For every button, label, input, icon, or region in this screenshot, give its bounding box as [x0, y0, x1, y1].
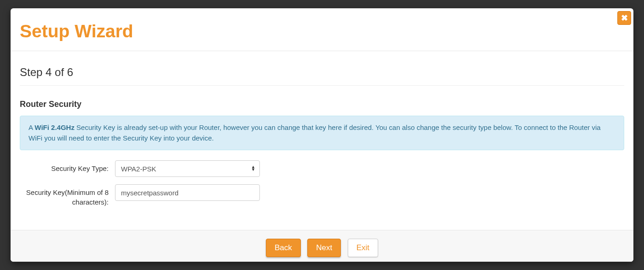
modal-header: Setup Wizard [11, 8, 633, 51]
next-button[interactable]: Next [307, 239, 341, 257]
modal-body: Step 4 of 6 Router Security A WiFi 2.4GH… [11, 51, 633, 230]
back-button[interactable]: Back [266, 239, 301, 257]
setup-wizard-modal: Setup Wizard Step 4 of 6 Router Security… [11, 8, 633, 262]
form-row-type: Security Key Type: WPA2-PSK ▲▼ [20, 160, 624, 177]
security-key-type-select[interactable]: WPA2-PSK [115, 160, 260, 177]
info-alert: A WiFi 2.4GHz Security Key is already se… [20, 116, 624, 150]
alert-rest: Security Key is already set-up with your… [29, 123, 601, 142]
close-button[interactable]: ✖ [617, 11, 631, 25]
form-area: Security Key Type: WPA2-PSK ▲▼ Security … [20, 160, 624, 207]
form-row-key: Security Key(Minimum of 8 characters): [20, 184, 624, 207]
step-heading: Step 4 of 6 [20, 60, 624, 86]
security-key-input[interactable] [115, 184, 260, 201]
exit-button[interactable]: Exit [348, 239, 378, 257]
security-key-label: Security Key(Minimum of 8 characters): [20, 184, 115, 207]
alert-bold: WiFi 2.4GHz [34, 123, 75, 131]
alert-prefix: A [29, 123, 34, 131]
modal-title: Setup Wizard [20, 21, 624, 41]
close-icon: ✖ [621, 13, 628, 23]
section-heading: Router Security [20, 100, 624, 109]
security-key-type-label: Security Key Type: [20, 160, 115, 173]
modal-footer: Back Next Exit [11, 230, 633, 262]
